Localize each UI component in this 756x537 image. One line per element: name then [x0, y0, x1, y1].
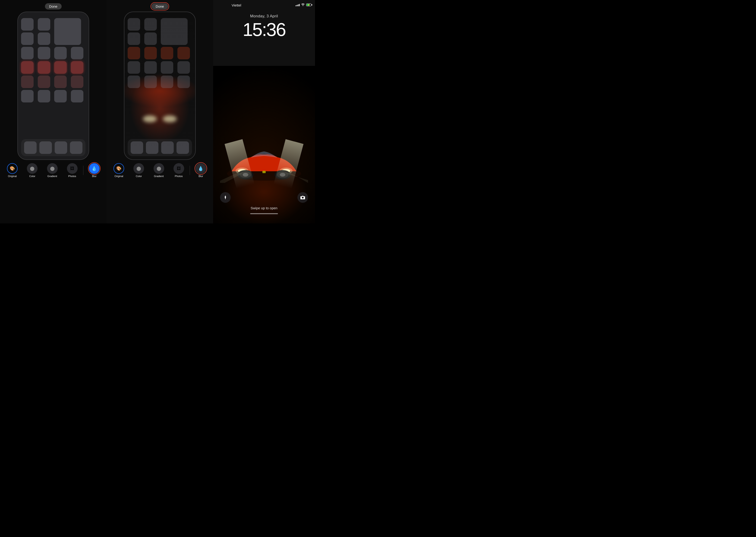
dock-mid: [128, 139, 192, 156]
dock-icon: [146, 142, 158, 154]
original-circle-mid: 🎨: [113, 163, 124, 174]
app-icon: [21, 75, 34, 88]
app-icon: [161, 47, 173, 59]
app-icon: [38, 75, 50, 88]
toolbar-item-original-mid[interactable]: 🎨 Original: [109, 163, 129, 178]
toolbar-separator-mid: [190, 166, 190, 175]
toolbar-label-color: Color: [29, 175, 35, 178]
app-icon: [144, 75, 157, 88]
dock-icon: [176, 142, 189, 154]
app-icon: [128, 18, 140, 31]
app-icon: [71, 75, 83, 88]
toolbar-item-gradient-left[interactable]: ⬤ Gradient: [42, 163, 62, 178]
signal-bar-2: [297, 5, 297, 6]
color-circle: ⬤: [27, 163, 38, 174]
toolbar-label-photos-mid: Photos: [175, 175, 183, 178]
done-button-left[interactable]: Done: [45, 3, 61, 10]
toolbar-item-blur-mid[interactable]: 💧 Blur: [191, 163, 211, 178]
toolbar-mid: 🎨 Original ⬤ Color ⬤ Gradient 🖼 Photos 💧: [106, 160, 213, 180]
toolbar-item-original-left[interactable]: 🎨 Original: [2, 163, 22, 178]
app-icon: [161, 75, 173, 88]
app-icon: [128, 75, 140, 88]
left-panel: Done: [0, 0, 106, 224]
app-icon: [71, 61, 83, 74]
app-icon: [144, 47, 157, 59]
app-icon: [54, 90, 67, 103]
toolbar-item-photos-mid[interactable]: 🖼 Photos: [169, 163, 189, 178]
toolbar-item-blur-left[interactable]: 💧 Blur: [84, 163, 104, 178]
app-icon: [21, 18, 34, 31]
toolbar-label-gradient-mid: Gradient: [154, 175, 164, 178]
blur-circle-mid: 💧: [196, 163, 206, 174]
lock-bottom: Swipe up to open: [213, 192, 315, 214]
done-button-mid[interactable]: Done: [151, 3, 168, 10]
app-icon: [71, 47, 83, 59]
lock-icons-row: [213, 192, 315, 203]
swipe-up-text: Swipe up to open: [250, 206, 278, 210]
app-icon: [38, 18, 50, 31]
app-icon: [54, 61, 67, 74]
toolbar-label-photos: Photos: [68, 175, 76, 178]
toolbar-label-original: Original: [8, 175, 17, 178]
signal-bar-4: [299, 4, 300, 6]
phone-mockup-left: [18, 12, 89, 160]
toolbar-label-original-mid: Original: [114, 175, 123, 178]
toolbar-label-blur-mid: Blur: [199, 175, 203, 178]
flashlight-button[interactable]: [220, 192, 231, 203]
dock-left: [21, 139, 86, 156]
app-icon: [144, 32, 157, 45]
carrier-label: Viettel: [232, 3, 241, 7]
wifi-icon: [301, 3, 305, 7]
toolbar-label-color-mid: Color: [136, 175, 142, 178]
dock-icon: [70, 142, 83, 154]
gradient-circle-mid: ⬤: [154, 163, 164, 174]
toolbar-item-gradient-mid[interactable]: ⬤ Gradient: [149, 163, 169, 178]
app-icon: [128, 47, 140, 59]
color-circle-mid: ⬤: [133, 163, 144, 174]
phone-mockup-mid: [124, 12, 196, 160]
toolbar-item-color-mid[interactable]: ⬤ Color: [129, 163, 149, 178]
dock-icon: [161, 142, 174, 154]
app-icon: [54, 47, 67, 59]
photos-circle-mid: 🖼: [173, 163, 184, 174]
gradient-circle: ⬤: [47, 163, 58, 174]
headlight-left: [143, 115, 157, 122]
app-icon: [177, 75, 190, 88]
blur-circle: 💧: [89, 163, 99, 174]
app-icon: [21, 47, 34, 59]
headlight-right: [163, 115, 177, 122]
toolbar-left: 🎨 Original ⬤ Color ⬤ Gradient 🖼 Photos 💧: [0, 160, 106, 180]
app-icon: [21, 32, 34, 45]
dock-icon: [39, 142, 52, 154]
mid-panel: Done: [106, 0, 213, 224]
toolbar-item-photos-left[interactable]: 🖼 Photos: [62, 163, 82, 178]
photos-circle: 🖼: [67, 163, 78, 174]
battery-icon: ⚡: [306, 4, 311, 6]
toolbar-label-blur: Blur: [92, 175, 96, 178]
app-icon: [128, 61, 140, 74]
camera-button[interactable]: [297, 192, 308, 203]
app-icon: [38, 90, 50, 103]
app-icon: [38, 32, 50, 45]
app-icon: [177, 61, 190, 74]
app-icon: [177, 47, 190, 59]
app-icon: [161, 61, 173, 74]
app-icon-large: [54, 18, 81, 45]
app-icon: [38, 47, 50, 59]
signal-bar-3: [298, 4, 299, 6]
dock-icon: [24, 142, 37, 154]
app-icon: [128, 32, 140, 45]
toolbar-item-color-left[interactable]: ⬤ Color: [22, 163, 42, 178]
app-icon: [144, 18, 157, 31]
lock-date: Monday, 3 April: [213, 14, 315, 19]
original-circle: 🎨: [7, 163, 18, 174]
lock-time: 15:36: [213, 19, 315, 40]
svg-rect-11: [262, 171, 266, 173]
right-panel-lockscreen: Viettel ⚡ Monday, 3 April 15:36: [213, 0, 315, 224]
signal-icon: [295, 4, 300, 6]
status-icons: ⚡: [295, 3, 311, 7]
home-indicator[interactable]: [250, 213, 278, 214]
app-icon: [144, 61, 157, 74]
status-bar: Viettel ⚡: [213, 0, 315, 10]
app-icon: [21, 61, 34, 74]
